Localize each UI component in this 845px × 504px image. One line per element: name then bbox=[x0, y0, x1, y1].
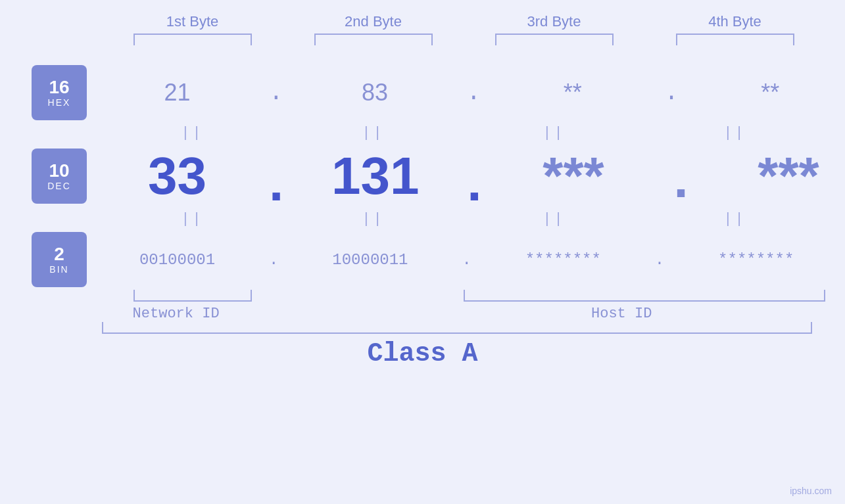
byte-headers: 1st Byte 2nd Byte 3rd Byte 4th Byte bbox=[0, 13, 845, 30]
dec-badge: 10 DEC bbox=[32, 149, 87, 204]
dec-sep-1: . bbox=[269, 152, 283, 213]
dec-value-1: 33 bbox=[87, 146, 268, 206]
network-id-label-spacer bbox=[250, 306, 398, 322]
equals-row-1: || || || || bbox=[0, 125, 845, 141]
bin-value-2: 10000011 bbox=[279, 251, 460, 269]
hex-sep-1: . bbox=[269, 80, 283, 106]
eq2-3: || bbox=[464, 211, 644, 227]
bracket-cell-3 bbox=[464, 34, 644, 45]
dec-sep-2: . bbox=[467, 152, 481, 213]
top-bracket-4 bbox=[676, 34, 794, 45]
bin-sep-1: . bbox=[269, 251, 278, 269]
bracket-cell-1 bbox=[102, 34, 283, 45]
bracket-cell-4 bbox=[644, 34, 825, 45]
byte-header-1: 1st Byte bbox=[102, 13, 283, 30]
eq-3: || bbox=[464, 125, 644, 141]
eq-1: || bbox=[102, 125, 283, 141]
bin-value-1: 00100001 bbox=[87, 251, 268, 269]
labels-row: Network ID Host ID bbox=[0, 306, 845, 322]
dec-value-2: 131 bbox=[285, 146, 466, 206]
eq-4: || bbox=[644, 125, 825, 141]
top-brackets bbox=[0, 34, 845, 45]
class-label: Class A bbox=[0, 339, 845, 369]
eq-2: || bbox=[283, 125, 464, 141]
hex-sep-2: . bbox=[467, 80, 481, 106]
host-bottom-bracket bbox=[464, 290, 825, 302]
bin-value-3: ******** bbox=[473, 251, 654, 269]
byte-header-2: 2nd Byte bbox=[283, 13, 464, 30]
hex-values: 21 . 83 . ** . ** bbox=[87, 79, 845, 106]
full-bottom-bracket bbox=[102, 322, 812, 334]
dec-badge-label: DEC bbox=[47, 181, 71, 191]
hex-value-1: 21 bbox=[87, 79, 268, 106]
host-id-label: Host ID bbox=[398, 306, 845, 322]
eq2-4: || bbox=[644, 211, 825, 227]
top-bracket-2 bbox=[314, 34, 433, 45]
bin-value-4: ******** bbox=[665, 251, 845, 269]
eq2-1: || bbox=[102, 211, 283, 227]
hex-badge-label: HEX bbox=[48, 97, 71, 108]
dec-badge-number: 10 bbox=[49, 161, 69, 181]
bin-row: 2 BIN 00100001 . 10000011 . ******** . *… bbox=[0, 232, 845, 287]
hex-row: 16 HEX 21 . 83 . ** . ** bbox=[0, 65, 845, 120]
host-bracket-area bbox=[464, 290, 825, 302]
hex-value-4: ** bbox=[680, 79, 845, 106]
hex-badge-number: 16 bbox=[49, 78, 69, 98]
bracket-cell-2 bbox=[283, 34, 464, 45]
net-bottom-bracket bbox=[133, 290, 252, 302]
dec-value-3: *** bbox=[483, 146, 664, 206]
byte-header-3: 3rd Byte bbox=[464, 13, 644, 30]
bin-badge: 2 BIN bbox=[32, 232, 87, 287]
full-bracket-row bbox=[0, 322, 845, 334]
eq2-2: || bbox=[283, 211, 464, 227]
top-bracket-3 bbox=[495, 34, 614, 45]
hex-sep-3: . bbox=[664, 80, 679, 106]
equals-row-2: || || || || bbox=[0, 211, 845, 227]
bin-values: 00100001 . 10000011 . ******** . *******… bbox=[87, 251, 845, 269]
dec-sep-3: . bbox=[665, 153, 696, 213]
dec-values: 33 . 131 . *** . *** bbox=[87, 146, 845, 206]
hex-value-3: ** bbox=[482, 79, 663, 106]
bin-sep-2: . bbox=[462, 251, 471, 269]
watermark: ipshu.com bbox=[790, 486, 832, 496]
hex-badge: 16 HEX bbox=[32, 65, 87, 120]
byte-header-4: 4th Byte bbox=[644, 13, 825, 30]
bin-sep-3: . bbox=[655, 251, 664, 269]
bin-badge-number: 2 bbox=[54, 244, 64, 265]
bottom-brackets bbox=[0, 290, 845, 302]
bin-badge-label: BIN bbox=[49, 264, 68, 275]
dec-row: 10 DEC 33 . 131 . *** . *** bbox=[0, 146, 845, 206]
net-bracket-cell-2 bbox=[283, 290, 464, 302]
net-bracket-cell bbox=[102, 290, 283, 302]
hex-value-2: 83 bbox=[285, 79, 466, 106]
main-container: 1st Byte 2nd Byte 3rd Byte 4th Byte 16 H… bbox=[0, 0, 845, 504]
dec-value-4: *** bbox=[698, 146, 845, 206]
top-bracket-1 bbox=[133, 34, 252, 45]
network-id-label: Network ID bbox=[102, 306, 250, 322]
